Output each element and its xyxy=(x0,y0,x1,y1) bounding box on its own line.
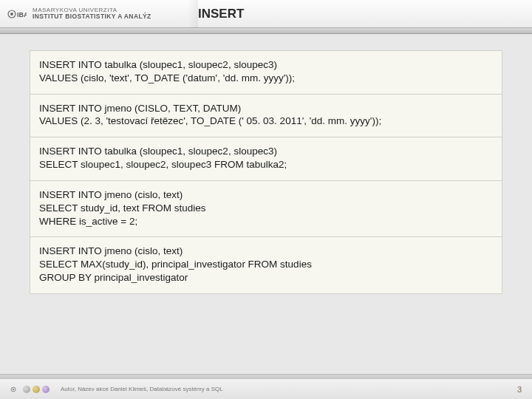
award-icon xyxy=(42,386,50,393)
sql-block: INSERT INTO tabulka (sloupec1, sloupec2,… xyxy=(30,51,502,95)
iba-logo-icon: IBA xyxy=(7,7,27,21)
code-line: INSERT INTO tabulka (sloupec1, sloupec2,… xyxy=(39,145,493,158)
svg-text:IBA: IBA xyxy=(17,11,27,18)
sql-block: INSERT INTO jmeno (CISLO, TEXT, DATUM) V… xyxy=(30,95,502,138)
code-line: GROUP BY principal_investigator xyxy=(39,271,493,284)
title-wrap: INSERT xyxy=(198,0,244,28)
svg-point-1 xyxy=(10,13,13,16)
svg-point-4 xyxy=(12,388,13,389)
logo-line2: INSTITUT BIOSTATISTIKY A ANALÝZ xyxy=(33,13,151,20)
code-line: SELECT sloupec1, sloupec2, sloupec3 FROM… xyxy=(39,158,493,171)
globe-icon xyxy=(23,386,30,393)
code-line: SELECT study_id, text FROM studies xyxy=(39,202,493,215)
logo-block: IBA MASARYKOVA UNIVERZITA INSTITUT BIOST… xyxy=(0,7,151,21)
slide-header: IBA MASARYKOVA UNIVERZITA INSTITUT BIOST… xyxy=(0,0,532,28)
code-line: INSERT INTO jmeno (cislo, text) xyxy=(39,188,493,202)
footer-logo xyxy=(0,385,52,394)
code-line: WHERE is_active = 2; xyxy=(39,215,493,228)
slide-footer: Autor, Název akce Daniel Klimeš, Databáz… xyxy=(0,378,532,399)
sql-block: INSERT INTO jmeno (cislo, text) SELECT s… xyxy=(30,181,502,237)
shield-icon xyxy=(33,386,40,393)
content-table: INSERT INTO tabulka (sloupec1, sloupec2,… xyxy=(30,50,502,294)
code-line: VALUES (cislo, 'text', TO_DATE ('datum',… xyxy=(39,72,493,85)
header-band xyxy=(0,28,532,34)
sql-block: INSERT INTO tabulka (sloupec1, sloupec2,… xyxy=(30,137,502,181)
page-number: 3 xyxy=(517,385,522,394)
code-line: VALUES (2. 3, 'testovací řetězec', TO_DA… xyxy=(39,115,493,128)
code-line: SELECT MAX(study_id), principal_investig… xyxy=(39,258,493,271)
slide-title: INSERT xyxy=(198,7,244,21)
code-line: INSERT INTO jmeno (CISLO, TEXT, DATUM) xyxy=(39,102,493,115)
code-line: INSERT INTO tabulka (sloupec1, sloupec2,… xyxy=(39,58,493,72)
sql-block: INSERT INTO jmeno (cislo, text) SELECT M… xyxy=(30,237,502,293)
code-line: INSERT INTO jmeno (cislo, text) xyxy=(39,245,493,258)
iba-mini-icon xyxy=(10,385,21,394)
logo-text: MASARYKOVA UNIVERZITA INSTITUT BIOSTATIS… xyxy=(33,7,151,20)
footer-text: Autor, Název akce Daniel Klimeš, Databáz… xyxy=(52,386,223,392)
